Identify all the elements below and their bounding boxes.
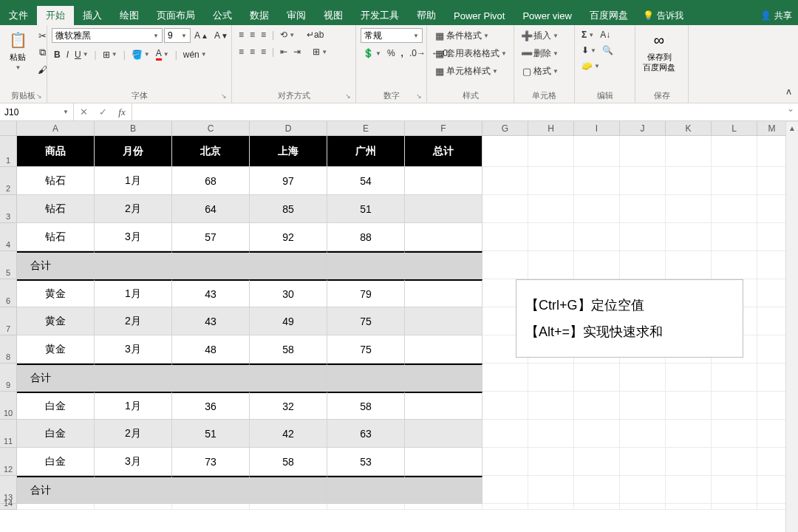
number-format-select[interactable]: 常规▼ [361,28,423,43]
column-header-C[interactable]: C [172,121,250,136]
cell[interactable] [757,167,787,195]
font-size-select[interactable]: 9▼ [164,28,191,43]
tab-power-view[interactable]: Power view [514,6,580,25]
cell[interactable] [666,420,712,448]
tab-baidu[interactable]: 百度网盘 [581,6,637,25]
cell[interactable]: 48 [172,335,250,364]
cell[interactable] [482,392,528,420]
column-header-J[interactable]: J [620,121,666,136]
italic-button[interactable]: I [64,48,71,61]
row-header[interactable]: 10 [0,392,17,420]
cell[interactable] [712,364,757,392]
cell[interactable]: 32 [250,392,327,420]
row-header[interactable]: 11 [0,420,17,448]
cell[interactable]: 57 [172,223,250,251]
cell[interactable] [95,476,172,504]
vertical-scrollbar[interactable]: ▲ [785,122,798,532]
cell[interactable] [620,392,666,420]
cell[interactable] [250,504,327,510]
cell[interactable] [620,251,666,279]
cell[interactable] [620,476,666,504]
row-header[interactable]: 5 [0,251,17,279]
select-all-corner[interactable] [0,121,17,136]
cell[interactable]: 43 [172,279,250,307]
insert-cells-button[interactable]: ➕插入▼ [519,28,561,44]
cell[interactable] [405,364,482,392]
cell[interactable] [666,476,712,504]
cell[interactable] [757,364,787,392]
align-right-button[interactable]: ≡ [259,45,268,58]
table-format-button[interactable]: ▦套用表格格式▼ [432,46,509,61]
tip-text-box[interactable]: 【Ctrl+G】定位空值 【Alt+=】实现快速求和 [516,279,743,358]
cell[interactable] [574,195,620,223]
cell[interactable] [405,223,482,251]
sort-a-button[interactable]: A↓ [598,28,613,41]
formula-bar[interactable] [132,103,783,120]
cell[interactable] [712,223,757,251]
cell[interactable] [757,420,787,448]
expand-formula-bar-button[interactable]: ⌄ [783,103,798,120]
column-header-A[interactable]: A [17,121,95,136]
cell[interactable] [405,167,482,195]
cell[interactable] [620,504,666,510]
cell[interactable]: 合计 [17,476,95,504]
cell[interactable] [712,251,757,279]
cell[interactable] [528,167,574,195]
cell[interactable]: 钻石 [17,223,95,251]
cell[interactable] [757,476,787,504]
cell[interactable]: 钻石 [17,195,95,223]
cell[interactable]: 68 [172,167,250,195]
cell[interactable] [405,476,482,504]
cell[interactable] [528,420,574,448]
cell[interactable] [528,504,574,510]
bold-button[interactable]: B [52,48,63,61]
row-header[interactable]: 2 [0,167,17,195]
cell[interactable] [757,251,787,279]
cell[interactable]: 1月 [95,279,172,307]
font-color-button[interactable]: A▼ [154,47,171,62]
cell[interactable]: 85 [250,195,327,223]
tab-developer[interactable]: 开发工具 [352,6,408,25]
dialog-launcher-icon[interactable]: ↘ [36,92,42,100]
column-header-I[interactable]: I [574,121,620,136]
cell[interactable] [574,223,620,251]
cell[interactable] [528,364,574,392]
cell[interactable] [327,476,405,504]
share-button[interactable]: 👤共享 [754,6,798,25]
dialog-launcher-icon[interactable]: ↘ [345,92,351,100]
column-header-F[interactable]: F [405,121,482,136]
indent-increase-button[interactable]: ⇥ [291,45,303,58]
tab-data[interactable]: 数据 [241,6,278,25]
cell[interactable]: 月份 [95,136,172,167]
cell[interactable] [757,392,787,420]
tab-insert[interactable]: 插入 [74,6,111,25]
row-header[interactable]: 7 [0,307,17,335]
cell[interactable] [620,448,666,476]
cell[interactable]: 北京 [172,136,250,167]
row-header[interactable]: 6 [0,279,17,307]
cell[interactable]: 上海 [250,136,327,167]
merge-button[interactable]: ⊞▼ [310,45,330,58]
cell[interactable]: 3月 [95,223,172,251]
cell[interactable]: 3月 [95,448,172,476]
row-header[interactable]: 8 [0,335,17,364]
cell[interactable] [482,251,528,279]
align-top-button[interactable]: ≡ [236,28,246,41]
format-cells-button[interactable]: ▢格式▼ [519,64,561,79]
cell[interactable] [712,195,757,223]
cell[interactable] [620,195,666,223]
cell[interactable]: 黄金 [17,307,95,335]
cell[interactable] [172,504,250,510]
insert-function-button[interactable]: fx [112,106,132,118]
cell[interactable]: 43 [172,307,250,335]
cell[interactable] [528,223,574,251]
cell[interactable] [574,167,620,195]
autosum-button[interactable]: Σ▼ [579,28,596,41]
cell[interactable] [250,364,327,392]
cell[interactable]: 3月 [95,335,172,364]
cell[interactable] [482,448,528,476]
cell[interactable]: 30 [250,279,327,307]
cell[interactable] [528,476,574,504]
grow-font-button[interactable]: A▲ [192,29,211,42]
cell[interactable]: 58 [327,392,405,420]
